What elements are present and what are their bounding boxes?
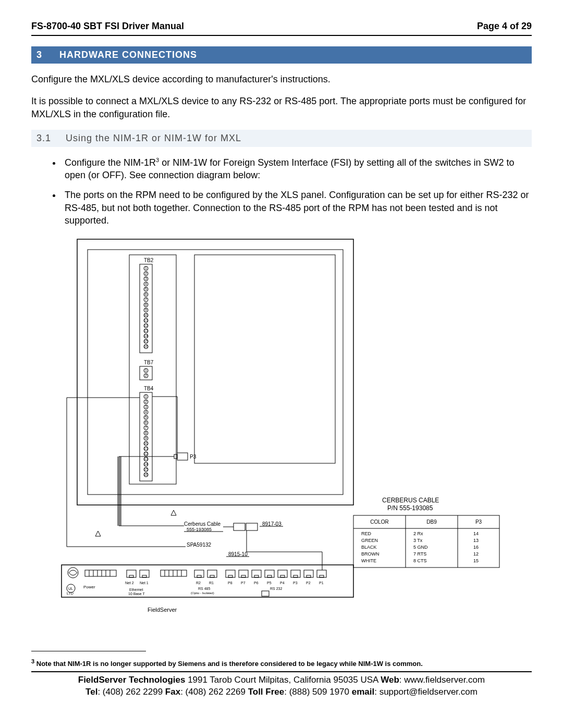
svg-text:12: 12	[144, 324, 148, 327]
footnote-separator	[31, 651, 146, 651]
svg-rect-111	[140, 570, 149, 577]
svg-text:8: 8	[145, 431, 147, 435]
svg-text:7: 7	[145, 298, 147, 301]
svg-text:7: 7	[145, 426, 147, 429]
svg-text:2: 2	[145, 400, 147, 403]
svg-text:3: 3	[145, 405, 147, 409]
svg-text:5 GND: 5 GND	[413, 545, 428, 550]
svg-text:P5: P5	[267, 581, 272, 585]
svg-text:P6: P6	[254, 581, 259, 585]
svg-rect-136	[265, 570, 274, 577]
svg-rect-130	[226, 570, 235, 577]
svg-rect-145	[320, 575, 324, 577]
svg-text:14: 14	[144, 334, 148, 338]
svg-rect-143	[307, 575, 311, 577]
svg-text:BROWN: BROWN	[361, 551, 380, 557]
svg-marker-88	[95, 531, 101, 536]
svg-text:5: 5	[145, 415, 147, 419]
svg-text:2: 2	[145, 374, 147, 377]
cable-table-title1: CERBERUS CABLE	[382, 497, 439, 504]
page-header: FS-8700-40 SBT FSI Driver Manual Page 4 …	[31, 21, 532, 36]
svg-rect-137	[267, 575, 272, 577]
svg-text:16: 16	[473, 545, 479, 550]
svg-rect-76	[174, 454, 177, 459]
svg-text:10: 10	[144, 441, 148, 445]
svg-rect-140	[291, 570, 300, 577]
svg-rect-132	[239, 570, 248, 577]
svg-text:P3: P3	[475, 519, 482, 525]
spa-label: SPA59132	[187, 542, 212, 548]
svg-text:6: 6	[145, 421, 147, 424]
svg-rect-131	[228, 575, 232, 577]
svg-rect-2	[129, 255, 176, 484]
svg-text:2: 2	[145, 272, 147, 275]
svg-text:R2: R2	[196, 581, 201, 585]
svg-text:BLACK: BLACK	[361, 545, 377, 550]
page-footer: FieldServer Technologies 1991 Tarob Cour…	[31, 671, 532, 698]
svg-text:12: 12	[473, 551, 479, 557]
svg-text:13: 13	[144, 457, 148, 461]
svg-text:DB9: DB9	[426, 519, 437, 525]
svg-text:15: 15	[473, 558, 479, 563]
svg-text:15: 15	[144, 467, 148, 471]
svg-text:P8: P8	[228, 581, 232, 585]
svg-text:8: 8	[145, 303, 147, 306]
cerberus-cable-small-label: Cerberus Cable	[184, 521, 221, 527]
svg-rect-123	[197, 575, 201, 577]
svg-rect-1	[88, 250, 343, 495]
svg-text:7 RTS: 7 RTS	[413, 551, 426, 557]
svg-text:P1: P1	[319, 581, 324, 585]
svg-text:16: 16	[144, 344, 148, 348]
paragraph: Configure the MXL/XLS device according t…	[31, 73, 532, 85]
svg-text:RED: RED	[361, 531, 372, 536]
section-heading: 3 HARDWARE CONNECTIONS	[31, 46, 532, 64]
paragraph: It is possible to connect a MXL/XLS devi…	[31, 95, 532, 120]
list-item: The ports on the RPM need to be configur…	[62, 189, 532, 227]
svg-text:11: 11	[144, 318, 148, 322]
svg-rect-124	[207, 570, 217, 577]
svg-text:1: 1	[145, 394, 147, 398]
tb4-label: TB4	[144, 386, 154, 391]
svg-rect-134	[252, 570, 261, 577]
svg-text:5: 5	[145, 287, 147, 291]
svg-text:Net 2: Net 2	[125, 581, 134, 585]
svg-text:4: 4	[145, 410, 147, 414]
section-title: HARDWARE CONNECTIONS	[59, 50, 197, 60]
subsection-title: Using the NIM-1R or NIM-1W for MXL	[66, 133, 241, 144]
list-item: Configure the NIM-1R3 or NIM-1W for Fore…	[62, 156, 532, 182]
svg-text:1: 1	[145, 266, 147, 270]
doc-title: FS-8700-40 SBT FSI Driver Manual	[31, 21, 184, 32]
svg-text:10 Base T: 10 Base T	[128, 592, 145, 596]
svg-text:R1: R1	[209, 581, 214, 585]
svg-text:LTD: LTD	[67, 591, 74, 595]
svg-text:13: 13	[473, 538, 479, 543]
svg-text:(Optio - Isolated): (Optio - Isolated)	[191, 591, 214, 595]
svg-text:COLOR: COLOR	[370, 519, 389, 525]
cable-table-title2: P/N 555-193085	[387, 504, 433, 512]
svg-text:9: 9	[145, 308, 147, 312]
svg-rect-144	[317, 570, 326, 577]
svg-text:10: 10	[144, 313, 148, 317]
fs-eth-label: Ethernet	[129, 588, 143, 591]
svg-text:2 Rx: 2 Rx	[413, 531, 423, 536]
svg-point-98	[68, 567, 78, 578]
conn-8915-label: 8915-10	[228, 551, 248, 557]
svg-text:WHITE: WHITE	[361, 558, 376, 563]
svg-rect-138	[278, 570, 287, 577]
connection-diagram: TB2 1 2 3 4 5 6 7 8 9 10 11 12 13 14 15 …	[56, 234, 532, 620]
svg-text:8 CTS: 8 CTS	[413, 558, 427, 563]
svg-text:4: 4	[145, 282, 147, 286]
svg-marker-87	[171, 510, 176, 515]
svg-rect-92	[246, 523, 258, 530]
fs-power-label: Power	[83, 585, 95, 589]
fieldserver-caption: FieldServer	[148, 607, 177, 613]
subsection-heading: 3.1 Using the NIM-1R or NIM-1W for MXL	[31, 130, 532, 147]
svg-text:RS 232: RS 232	[270, 587, 282, 590]
svg-rect-133	[241, 575, 246, 577]
svg-rect-125	[210, 575, 214, 577]
svg-rect-122	[194, 570, 204, 577]
svg-text:15: 15	[144, 339, 148, 343]
svg-text:P7: P7	[241, 581, 246, 585]
svg-text:P3: P3	[293, 581, 298, 585]
svg-text:UL: UL	[68, 587, 73, 590]
